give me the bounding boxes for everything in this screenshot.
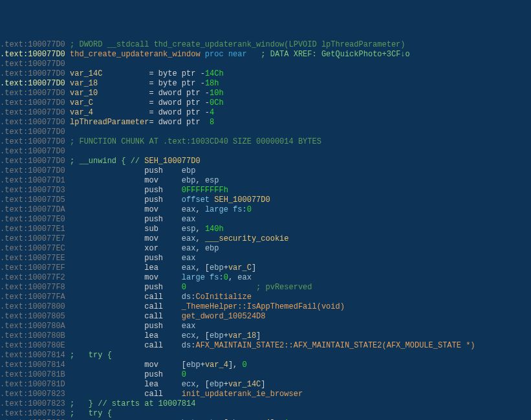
asm-line[interactable]: .text:100077D0 var_C = dword ptr -0Ch — [0, 98, 531, 108]
asm-line[interactable]: .text:100077E7 mov eax, ___security_cook… — [0, 234, 531, 244]
operand: get_dword_100524D8 — [182, 312, 266, 321]
operand: ] — [261, 380, 265, 389]
asm-line[interactable]: .text:100077D3 push 0FFFFFFFFh — [0, 186, 531, 195]
address: .text:10007828 — [0, 409, 70, 418]
address: .text:100077D1 — [0, 176, 70, 185]
mnemonic: push — [144, 254, 182, 263]
operand: , — [195, 234, 204, 243]
asm-line[interactable]: .text:100077D0 thd_create_updaterank_win… — [0, 50, 531, 60]
address: .text:100077D0 — [0, 147, 70, 156]
mnemonic: mov — [144, 273, 182, 282]
operand: ecx — [182, 331, 196, 340]
asm-line[interactable]: .text:100077F2 mov large fs:0, eax — [0, 273, 531, 283]
asm-line[interactable]: .text:100077D1 mov ebp, esp — [0, 176, 531, 186]
operand: CoInitialize — [195, 293, 251, 302]
asm-line[interactable]: .text:100077D0 var_4 = dword ptr -4 — [0, 108, 531, 118]
asm-line[interactable]: .text:10007823 call init_updaterank_ie_b… — [0, 390, 531, 399]
asm-line[interactable]: .text:100077D0 ; DWORD __stdcall thd_cre… — [0, 40, 531, 50]
address: .text:10007823 — [0, 399, 70, 408]
asm-line[interactable]: .text:100077D0 ; FUNCTION CHUNK AT .text… — [0, 137, 531, 147]
operand: ecx — [182, 380, 196, 389]
proc-name: thd_create_updaterank_window — [70, 50, 200, 59]
operand: 0 — [247, 205, 252, 214]
asm-line[interactable]: .text:1000780A push eax — [0, 322, 531, 331]
asm-line[interactable]: .text:10007800 call _ThemeHelper::IsAppT… — [0, 302, 531, 312]
operand: eax — [182, 244, 196, 253]
address: .text:100077D0 — [0, 60, 70, 69]
operand-comment: ; pvReserved — [256, 283, 312, 292]
operand: eax — [182, 263, 196, 272]
operand: esp — [205, 176, 219, 185]
asm-line[interactable]: .text:100077D0 — [0, 60, 531, 69]
disassembly-listing[interactable]: .text:100077D0 ; DWORD __stdcall thd_cre… — [0, 40, 531, 420]
operand: , [ — [195, 331, 210, 340]
operand: esp — [182, 225, 196, 234]
asm-line[interactable]: .text:100077F8 push 0 ; pvReserved — [0, 283, 531, 293]
mnemonic: call — [144, 293, 182, 302]
unwind-comment: ; __unwind { // — [70, 157, 144, 166]
asm-line[interactable]: .text:100077E0 push eax — [0, 215, 531, 225]
address: .text:100077D5 — [0, 195, 70, 204]
operand: + — [200, 360, 205, 370]
asm-line[interactable]: .text:100077EF lea eax, [ebp+var_C] — [0, 263, 531, 273]
asm-line[interactable]: .text:10007805 call get_dword_100524D8 — [0, 312, 531, 322]
address: .text:100077FA — [0, 293, 70, 302]
asm-line[interactable]: .text:100077E1 sub esp, 140h — [0, 225, 531, 234]
asm-line[interactable]: .text:100077FA call ds:CoInitialize — [0, 293, 531, 302]
address: .text:100077EF — [0, 263, 70, 272]
asm-line[interactable]: .text:100077EE push eax — [0, 254, 531, 263]
asm-line[interactable]: .text:100077D0 — [0, 127, 531, 137]
asm-line[interactable]: .text:1000781D lea ecx, [ebp+var_14C] — [0, 380, 531, 390]
mnemonic: sub — [144, 225, 182, 234]
operand: + — [224, 263, 228, 272]
operand: eax — [182, 205, 196, 214]
mnemonic: push — [144, 186, 182, 195]
operand: , — [195, 225, 204, 234]
asm-line[interactable]: .text:100077D0 var_14C = byte ptr -14Ch — [0, 69, 531, 79]
operand: eax — [182, 234, 196, 243]
operand: ebp — [210, 380, 224, 389]
operand: 0 — [243, 360, 247, 370]
address: .text:100077D0 — [0, 118, 70, 127]
address: .text:1000781D — [0, 380, 70, 389]
asm-line[interactable]: .text:1000781B push 0 — [0, 370, 531, 380]
asm-line[interactable]: .text:10007814 mov [ebp+var_4], 0 — [0, 360, 531, 370]
asm-line[interactable]: .text:10007814 ; try { — [0, 351, 531, 360]
try-comment: ; try { — [70, 409, 112, 418]
asm-line[interactable]: .text:100077EC xor eax, ebp — [0, 244, 531, 254]
asm-line[interactable]: .text:1000780B lea ecx, [ebp+var_18] — [0, 331, 531, 341]
xref-comment: ; DATA XREF: GetQuickPhoto+3CF↓o — [261, 50, 409, 59]
address: .text:100077D0 — [0, 40, 70, 49]
address: .text:10007800 — [0, 302, 70, 311]
operand: ebp — [210, 331, 224, 340]
asm-line[interactable]: .text:1000780E call ds:AFX_MAINTAIN_STAT… — [0, 341, 531, 351]
operand: ebp — [182, 166, 196, 175]
asm-line[interactable]: .text:100077DA mov eax, large fs:0 — [0, 205, 531, 215]
operand: , [ — [195, 263, 210, 272]
proc-keyword: proc near — [200, 50, 247, 59]
mnemonic: lea — [144, 263, 182, 272]
address: .text:100077D0 — [0, 127, 70, 137]
operand: ___security_cookie — [205, 234, 289, 243]
operand: ebp — [210, 263, 224, 272]
asm-line[interactable]: .text:100077D0 push ebp — [0, 166, 531, 176]
asm-line[interactable]: .text:100077D0 var_18 = byte ptr -18h — [0, 79, 531, 89]
address: .text:1000780E — [0, 341, 70, 350]
operand: ], — [228, 360, 243, 370]
operand: var_4 — [205, 360, 228, 370]
asm-line[interactable]: .text:100077D0 lpThreadParameter= dword … — [0, 118, 531, 127]
asm-line[interactable]: .text:10007823 ; } // starts at 10007814 — [0, 399, 531, 409]
address: .text:100077D0 — [0, 137, 70, 146]
operand: ds: — [182, 341, 196, 350]
asm-line[interactable]: .text:10007828 ; try { — [0, 409, 531, 419]
operand: ] — [252, 263, 256, 272]
var-decl: = dword ptr - — [149, 89, 210, 98]
operand: 0FFFFFFFFh — [182, 186, 228, 195]
asm-line[interactable]: .text:100077D5 push offset SEH_100077D0 — [0, 195, 531, 205]
mnemonic: call — [144, 390, 182, 399]
asm-line[interactable]: .text:100077D0 ; __unwind { // SEH_10007… — [0, 157, 531, 166]
operand: 0 — [182, 370, 186, 379]
operand: ebp — [186, 360, 200, 370]
asm-line[interactable]: .text:100077D0 var_10 = dword ptr -10h — [0, 89, 531, 98]
asm-line[interactable]: .text:100077D0 — [0, 147, 531, 157]
